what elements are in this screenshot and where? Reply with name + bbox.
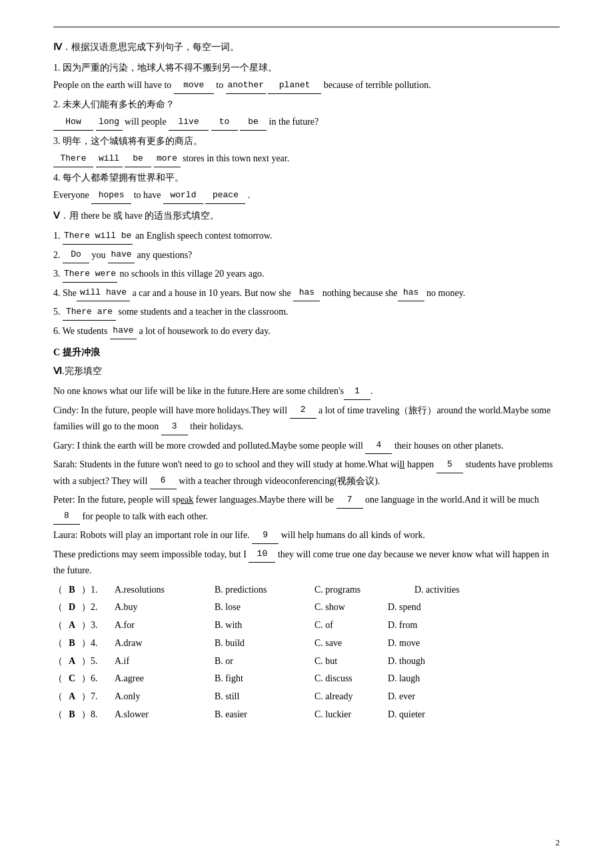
choice-7a: A.only bbox=[115, 689, 215, 705]
choice-4b: B. build bbox=[215, 635, 314, 651]
blank-5-5: There are bbox=[63, 305, 116, 321]
choice-5b: B. or bbox=[215, 653, 314, 669]
choice-paren-close-7: ） bbox=[81, 689, 91, 705]
choice-num-6: 6. bbox=[91, 671, 115, 687]
blank-5-4c: has bbox=[398, 285, 424, 301]
choice-6b: B. fight bbox=[215, 671, 314, 687]
choice-3c: C. of bbox=[314, 617, 388, 633]
blank-4-4-2: world bbox=[163, 188, 203, 204]
blank-9: 9 bbox=[252, 528, 279, 544]
choice-8a: A.slower bbox=[115, 707, 215, 723]
choice-4c: C. save bbox=[314, 635, 388, 651]
choice-3a: A.for bbox=[115, 617, 215, 633]
blank-5: 5 bbox=[436, 457, 463, 473]
cloze-intro: No one knows what our life will be like … bbox=[53, 383, 560, 400]
choice-5d: D. though bbox=[388, 653, 488, 669]
q5-1: 1. There will be an English speech conte… bbox=[53, 228, 560, 245]
section6-title: Ⅵ.完形填空 bbox=[53, 363, 560, 380]
choice-7d: D. ever bbox=[388, 689, 488, 705]
choice-num-4: 4. bbox=[91, 635, 115, 651]
top-divider bbox=[53, 27, 560, 27]
blank-5-4a: will have bbox=[77, 285, 130, 301]
choice-2a: A.buy bbox=[115, 599, 215, 615]
q4-2: 2. 未来人们能有多长的寿命？ How long will people liv… bbox=[53, 97, 560, 131]
blank-4-3-1: There bbox=[53, 151, 93, 167]
cloze-gary: Gary: I think the earth will be more cro… bbox=[53, 438, 560, 455]
choice-row-8: （ B ） 8. A.slower B. easier C. luckier D… bbox=[53, 707, 560, 723]
choice-1b: B. predictions bbox=[215, 582, 314, 598]
choice-num-3: 3. bbox=[91, 617, 115, 633]
choice-paren-open-6: （ bbox=[53, 671, 63, 687]
choice-paren-close-8: ） bbox=[81, 707, 91, 723]
choice-2c: C. show bbox=[314, 599, 388, 615]
blank-1: 1 bbox=[344, 384, 370, 400]
choice-6c: C. discuss bbox=[314, 671, 388, 687]
q5-2: 2. Do you have any questions? bbox=[53, 247, 560, 264]
choice-paren-open-4: （ bbox=[53, 635, 63, 651]
blank-4-1-3: planet bbox=[268, 78, 321, 94]
choice-4d: D. move bbox=[388, 635, 488, 651]
choice-answer-4: B bbox=[63, 635, 81, 651]
blank-4-2-3: live bbox=[169, 115, 209, 131]
choice-answer-6: C bbox=[63, 671, 81, 687]
q4-3: 3. 明年，这个城镇将有更多的商店。 There will be more st… bbox=[53, 133, 560, 167]
blank-5-2b: have bbox=[108, 247, 135, 263]
q4-4: 4. 每个人都希望拥有世界和平。 Everyone hopes to have … bbox=[53, 170, 560, 204]
blank-5-3: There were bbox=[63, 267, 117, 283]
blank-4-2-5: be bbox=[240, 115, 267, 131]
cloze-cindy: Cindy: In the future, people will have m… bbox=[53, 403, 560, 435]
choice-2b: B. lose bbox=[215, 599, 314, 615]
choice-6d: D. laugh bbox=[388, 671, 488, 687]
choice-7c: C. already bbox=[314, 689, 388, 705]
choice-1d: D. activities bbox=[414, 582, 514, 598]
choice-row-3: （ A ） 3. A.for B. with C. of D. from bbox=[53, 617, 560, 633]
section6: Ⅵ.完形填空 No one knows what our life will b… bbox=[53, 363, 560, 723]
choice-5a: A.if bbox=[115, 653, 215, 669]
choices-table: （ B ） 1. A.resolutions B. predictions C.… bbox=[53, 582, 560, 723]
blank-4-1-2: another bbox=[226, 78, 266, 94]
choice-row-6: （ C ） 6. A.agree B. fight C. discuss D. … bbox=[53, 671, 560, 687]
section-c: C 提升冲浪 bbox=[53, 345, 560, 361]
choice-3b: B. with bbox=[215, 617, 314, 633]
blank-8: 8 bbox=[53, 509, 80, 525]
section-c-title: C 提升冲浪 bbox=[53, 345, 560, 361]
choice-answer-1: B bbox=[63, 582, 81, 598]
blank-4-2-1: How bbox=[53, 115, 93, 131]
choice-8d: D. quieter bbox=[388, 707, 488, 723]
choice-paren-close-3: ） bbox=[81, 617, 91, 633]
blank-5-1: There will be bbox=[63, 229, 133, 245]
choice-paren-close-4: ） bbox=[81, 635, 91, 651]
choice-num-2: 2. bbox=[91, 599, 115, 615]
blank-4-3-3: be bbox=[125, 151, 151, 167]
choice-8c: C. luckier bbox=[314, 707, 388, 723]
blank-10: 10 bbox=[249, 547, 275, 563]
choice-8b: B. easier bbox=[215, 707, 314, 723]
blank-5-2a: Do bbox=[63, 247, 89, 263]
cloze-sarah: Sarah: Students in the future won't need… bbox=[53, 457, 560, 489]
blank-4-4-3: peace bbox=[205, 188, 245, 204]
blank-4-1-1: move bbox=[174, 78, 214, 94]
choice-num-7: 7. bbox=[91, 689, 115, 705]
choice-paren-open-7: （ bbox=[53, 689, 63, 705]
blank-4-3-4: more bbox=[154, 151, 181, 167]
blank-5-4b: has bbox=[293, 285, 320, 301]
section5-title: Ⅴ．用 there be 或 have 的适当形式填空。 bbox=[53, 208, 560, 225]
blank-4-2-4: to bbox=[211, 115, 238, 131]
blank-6: 6 bbox=[150, 473, 177, 489]
choice-paren-close-1: ） bbox=[81, 582, 91, 598]
blank-4-3-2: will bbox=[96, 151, 123, 167]
choice-4a: A.draw bbox=[115, 635, 215, 651]
choice-paren-open-5: （ bbox=[53, 653, 63, 669]
choice-answer-8: B bbox=[63, 707, 81, 723]
choice-1a: A.resolutions bbox=[115, 582, 215, 598]
cloze-closing: These predictions may seem impossible to… bbox=[53, 547, 560, 579]
choice-row-2: （ D ） 2. A.buy B. lose C. show D. spend bbox=[53, 599, 560, 615]
choice-5c: C. but bbox=[314, 653, 388, 669]
blank-5-6: have bbox=[110, 323, 137, 339]
page-number: 2 bbox=[556, 837, 560, 848]
choice-answer-2: D bbox=[63, 599, 81, 615]
choice-6a: A.agree bbox=[115, 671, 215, 687]
section4-title: Ⅳ．根据汉语意思完成下列句子，每空一词。 bbox=[53, 39, 560, 56]
choice-3d: D. from bbox=[388, 617, 488, 633]
blank-4: 4 bbox=[365, 438, 392, 454]
